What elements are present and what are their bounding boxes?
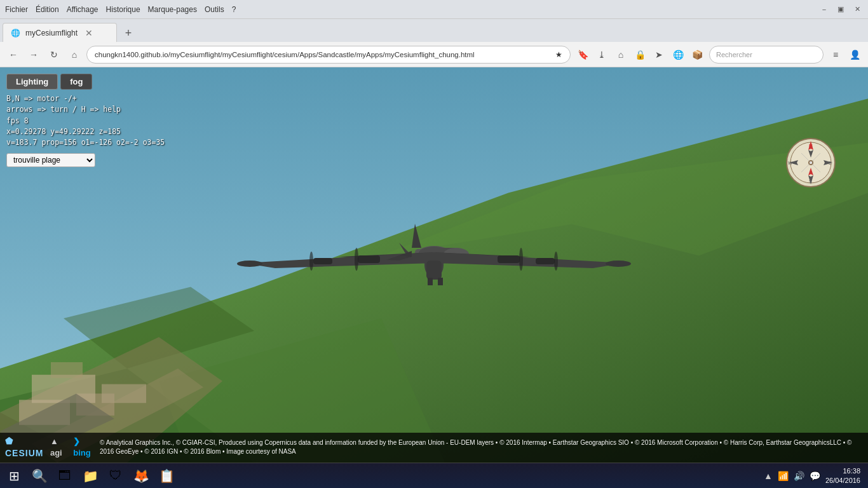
title-bar: Fichier Édition Affichage Historique Mar… — [0, 0, 868, 19]
svg-marker-23 — [434, 252, 625, 268]
svg-rect-26 — [358, 255, 380, 263]
bookmark-list-icon[interactable]: 🔖 — [574, 46, 591, 63]
hud-line4: x=0.29278 y=49.29222 z=185 — [6, 126, 165, 137]
tray-volume[interactable]: 🔊 — [794, 471, 804, 481]
svg-rect-40 — [438, 278, 443, 285]
svg-rect-11 — [32, 375, 95, 403]
minimize-button[interactable]: − — [818, 4, 830, 15]
new-tab-button[interactable]: + — [119, 24, 137, 42]
svg-text:N: N — [809, 143, 813, 149]
taskbar-defender[interactable]: 🛡 — [104, 464, 127, 487]
window-controls: − ▣ ✕ — [818, 4, 863, 15]
hud-line3: fps 8 — [6, 116, 165, 126]
url-text: chungkn1400.github.io/myCesiumflight/myC… — [95, 51, 550, 58]
fog-button[interactable]: fog — [60, 74, 92, 90]
tray-network[interactable]: 📶 — [778, 471, 789, 481]
menu-affichage[interactable]: Affichage — [67, 5, 98, 14]
taskbar-task-view[interactable]: 🗔 — [53, 464, 76, 487]
taskbar-firefox[interactable]: 🦊 — [130, 464, 153, 487]
svg-point-30 — [355, 248, 358, 271]
taskbar-search[interactable]: 🔍 — [28, 464, 51, 487]
svg-text:W: W — [788, 161, 792, 165]
attribution-bar: ⬟ CESIUM ▲ agi ❯ bing © Analytical Graph… — [0, 433, 868, 463]
tab-favicon: 🌐 — [11, 29, 20, 37]
profile-icon[interactable]: 👤 — [846, 46, 863, 63]
share-icon[interactable]: ➤ — [651, 46, 667, 63]
clock-date: 26/04/2016 — [825, 476, 860, 485]
extra-toolbar: ≡ 👤 — [827, 46, 863, 63]
lighting-button[interactable]: Lighting — [6, 74, 58, 90]
svg-marker-34 — [412, 224, 421, 248]
svg-point-24 — [237, 261, 262, 267]
taskbar: ⊞ 🔍 🗔 📁 🛡 🦊 📋 ▲ 📶 🔊 💬 16:38 26/04/2016 — [0, 463, 868, 488]
browser-tab[interactable]: 🌐 myCesiumflight ✕ — [3, 23, 117, 42]
svg-rect-13 — [51, 362, 83, 378]
pocket-icon[interactable]: 🔒 — [632, 46, 648, 63]
back-button[interactable]: ← — [5, 46, 22, 63]
taskbar-notes[interactable]: 📋 — [155, 464, 178, 487]
compass-svg: N S E W — [785, 137, 836, 188]
hud-line2: arrows => turn / H => help — [6, 104, 165, 115]
restore-button[interactable]: ▣ — [835, 4, 846, 15]
tab-title: myCesiumflight — [25, 29, 78, 37]
svg-rect-39 — [428, 278, 433, 285]
menu-outils[interactable]: Outils — [205, 5, 224, 14]
hud-line5: v=183.7 prop=156 o1=-126 o2=-2 o3=35 — [6, 137, 165, 148]
taskbar-files[interactable]: 📁 — [79, 464, 102, 487]
taskbar-tray: ▲ 📶 🔊 💬 16:38 26/04/2016 — [759, 466, 865, 485]
addons-icon[interactable]: 📦 — [689, 46, 705, 63]
svg-text:E: E — [829, 161, 832, 165]
firefox-icon[interactable]: 🌐 — [670, 46, 686, 63]
ui-overlay: Lighting fog B,N => motor -/+ arrows => … — [6, 74, 165, 167]
toolbar-icons: 🔖 ⤓ ⌂ 🔒 ➤ 🌐 📦 — [574, 46, 705, 63]
home-button[interactable]: ⌂ — [66, 46, 83, 63]
bing-logo: ❯ bing — [73, 436, 95, 459]
attribution-text: © Analytical Graphics Inc., © CGIAR-CSI,… — [100, 438, 863, 456]
menu-marque-pages[interactable]: Marque-pages — [148, 5, 197, 14]
search-placeholder: Rechercher — [716, 51, 752, 58]
address-bar: ← → ↻ ⌂ chungkn1400.github.io/myCesiumfl… — [0, 42, 868, 67]
svg-text:S: S — [809, 179, 812, 184]
svg-rect-29 — [536, 258, 555, 264]
attribution-logos: ⬟ CESIUM ▲ agi ❯ bing © Analytical Graph… — [5, 435, 863, 460]
clock-time: 16:38 — [825, 466, 860, 475]
menu-edition[interactable]: Édition — [36, 5, 59, 14]
download-icon[interactable]: ⤓ — [593, 46, 610, 63]
reload-button[interactable]: ↻ — [46, 46, 62, 63]
url-bar[interactable]: chungkn1400.github.io/myCesiumflight/myC… — [86, 46, 571, 64]
menu-historique[interactable]: Historique — [106, 5, 140, 14]
home-icon2[interactable]: ⌂ — [613, 46, 629, 63]
svg-rect-28 — [313, 258, 332, 264]
tray-chevron[interactable]: ▲ — [764, 471, 773, 481]
overflow-menu-icon[interactable]: ≡ — [827, 46, 844, 63]
cesium-logo: ⬟ CESIUM — [5, 435, 45, 460]
hud-display: B,N => motor -/+ arrows => turn / H => h… — [6, 93, 165, 148]
tab-close-button[interactable]: ✕ — [85, 28, 93, 38]
tray-messages[interactable]: 💬 — [810, 471, 820, 481]
hud-line1: B,N => motor -/+ — [6, 93, 165, 104]
svg-point-32 — [519, 248, 523, 271]
airplane-svg — [212, 160, 656, 351]
tab-bar: 🌐 myCesiumflight ✕ + — [0, 19, 868, 42]
system-clock[interactable]: 16:38 26/04/2016 — [825, 466, 860, 485]
search-bar[interactable]: Rechercher — [709, 46, 824, 64]
svg-point-33 — [554, 252, 558, 271]
svg-rect-38 — [426, 261, 442, 280]
menu-bar: Fichier Édition Affichage Historique Mar… — [5, 5, 236, 14]
compass-rose: N S E W — [785, 137, 836, 188]
viewport: N S E W Lighting fog B,N => motor -/ — [0, 67, 868, 463]
forward-button[interactable]: → — [25, 46, 42, 63]
agi-logo: ▲ agi — [50, 436, 68, 459]
menu-help[interactable]: ? — [232, 5, 236, 14]
svg-rect-27 — [498, 255, 520, 263]
svg-rect-12 — [102, 384, 146, 403]
control-buttons: Lighting fog — [6, 74, 165, 90]
airplane — [212, 160, 656, 351]
location-select[interactable]: trouville plage paris london new york — [6, 153, 95, 167]
close-button[interactable]: ✕ — [851, 4, 863, 15]
svg-point-31 — [309, 252, 313, 271]
menu-fichier[interactable]: Fichier — [5, 5, 28, 14]
svg-point-25 — [606, 261, 631, 267]
start-button[interactable]: ⊞ — [3, 464, 25, 487]
bookmark-icon[interactable]: ★ — [555, 50, 562, 59]
